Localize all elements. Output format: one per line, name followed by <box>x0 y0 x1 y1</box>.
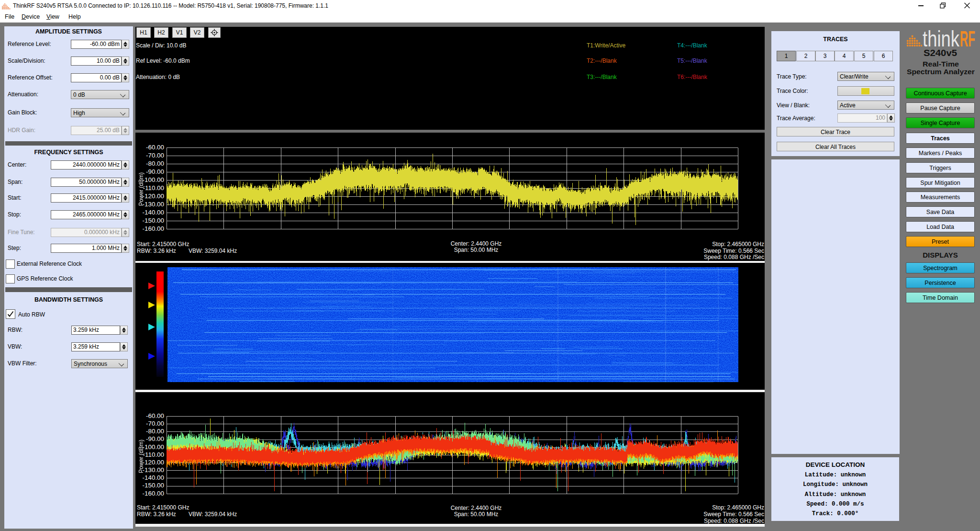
svg-text:Real-Time: Real-Time <box>923 60 959 68</box>
svg-text:RF: RF <box>960 27 975 48</box>
svg-text:think: think <box>923 27 960 48</box>
svg-text:Spectrum Analyzer: Spectrum Analyzer <box>907 68 975 76</box>
svg-text:S240v5: S240v5 <box>924 48 957 58</box>
